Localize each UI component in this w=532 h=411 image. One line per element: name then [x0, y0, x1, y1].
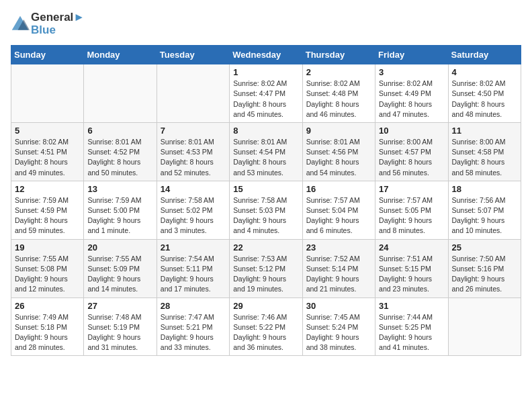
- header-row: SundayMondayTuesdayWednesdayThursdayFrid…: [11, 46, 521, 64]
- logo: General► Blue: [11, 11, 85, 37]
- day-info: Sunrise: 7:55 AM Sunset: 5:08 PM Dayligh…: [15, 254, 80, 295]
- calendar-cell: 4Sunrise: 8:02 AM Sunset: 4:50 PM Daylig…: [448, 64, 521, 123]
- calendar-cell: 3Sunrise: 8:02 AM Sunset: 4:49 PM Daylig…: [375, 64, 448, 123]
- day-number: 27: [87, 301, 152, 311]
- day-info: Sunrise: 7:53 AM Sunset: 5:12 PM Dayligh…: [233, 254, 298, 295]
- calendar-cell: 9Sunrise: 8:01 AM Sunset: 4:56 PM Daylig…: [302, 122, 375, 181]
- weekday-header: Friday: [375, 46, 448, 64]
- calendar-cell: 21Sunrise: 7:54 AM Sunset: 5:11 PM Dayli…: [157, 239, 229, 298]
- calendar-cell: 8Sunrise: 8:01 AM Sunset: 4:54 PM Daylig…: [230, 122, 302, 181]
- calendar-cell: 23Sunrise: 7:52 AM Sunset: 5:14 PM Dayli…: [302, 239, 375, 298]
- day-info: Sunrise: 7:49 AM Sunset: 5:18 PM Dayligh…: [15, 312, 80, 353]
- calendar-cell: 7Sunrise: 8:01 AM Sunset: 4:53 PM Daylig…: [157, 122, 229, 181]
- day-number: 6: [87, 126, 152, 136]
- weekday-header: Tuesday: [157, 46, 229, 64]
- calendar-week-row: 26Sunrise: 7:49 AM Sunset: 5:18 PM Dayli…: [11, 298, 521, 356]
- calendar-cell: 31Sunrise: 7:44 AM Sunset: 5:25 PM Dayli…: [375, 298, 448, 356]
- weekday-header: Monday: [84, 46, 157, 64]
- day-number: 31: [379, 301, 444, 311]
- calendar-cell: 5Sunrise: 8:02 AM Sunset: 4:51 PM Daylig…: [11, 122, 84, 181]
- calendar-cell: 27Sunrise: 7:48 AM Sunset: 5:19 PM Dayli…: [84, 298, 157, 356]
- day-number: 26: [15, 301, 80, 311]
- day-number: 8: [233, 126, 298, 136]
- day-info: Sunrise: 7:51 AM Sunset: 5:15 PM Dayligh…: [379, 254, 444, 295]
- day-number: 14: [161, 184, 226, 194]
- calendar-cell: [84, 64, 157, 123]
- calendar-cell: 14Sunrise: 7:58 AM Sunset: 5:02 PM Dayli…: [157, 181, 229, 239]
- day-info: Sunrise: 7:59 AM Sunset: 5:00 PM Dayligh…: [87, 195, 152, 236]
- day-info: Sunrise: 8:01 AM Sunset: 4:52 PM Dayligh…: [87, 137, 152, 178]
- day-number: 29: [233, 301, 298, 311]
- weekday-header: Wednesday: [230, 46, 302, 64]
- calendar-cell: 18Sunrise: 7:56 AM Sunset: 5:07 PM Dayli…: [448, 181, 521, 239]
- day-number: 4: [452, 67, 517, 77]
- day-number: 11: [452, 126, 517, 136]
- calendar-week-row: 12Sunrise: 7:59 AM Sunset: 4:59 PM Dayli…: [11, 181, 521, 239]
- calendar-table: SundayMondayTuesdayWednesdayThursdayFrid…: [11, 45, 521, 356]
- day-info: Sunrise: 7:57 AM Sunset: 5:04 PM Dayligh…: [306, 195, 371, 236]
- day-info: Sunrise: 7:44 AM Sunset: 5:25 PM Dayligh…: [379, 312, 444, 353]
- day-number: 28: [161, 301, 226, 311]
- day-number: 12: [15, 184, 80, 194]
- calendar-cell: 30Sunrise: 7:45 AM Sunset: 5:24 PM Dayli…: [302, 298, 375, 356]
- calendar-cell: 24Sunrise: 7:51 AM Sunset: 5:15 PM Dayli…: [375, 239, 448, 298]
- day-number: 1: [233, 67, 298, 77]
- weekday-header: Saturday: [448, 46, 521, 64]
- calendar-cell: 26Sunrise: 7:49 AM Sunset: 5:18 PM Dayli…: [11, 298, 84, 356]
- weekday-header: Sunday: [11, 46, 84, 64]
- day-number: 16: [306, 184, 371, 194]
- calendar-cell: [11, 64, 84, 123]
- day-info: Sunrise: 8:02 AM Sunset: 4:48 PM Dayligh…: [306, 79, 371, 120]
- day-number: 20: [87, 242, 152, 253]
- calendar-cell: 11Sunrise: 8:00 AM Sunset: 4:58 PM Dayli…: [448, 122, 521, 181]
- day-info: Sunrise: 8:00 AM Sunset: 4:57 PM Dayligh…: [379, 137, 444, 178]
- day-info: Sunrise: 7:56 AM Sunset: 5:07 PM Dayligh…: [452, 195, 517, 236]
- day-info: Sunrise: 7:55 AM Sunset: 5:09 PM Dayligh…: [87, 254, 152, 295]
- day-info: Sunrise: 8:01 AM Sunset: 4:53 PM Dayligh…: [161, 137, 226, 178]
- day-info: Sunrise: 7:50 AM Sunset: 5:16 PM Dayligh…: [452, 254, 517, 295]
- day-info: Sunrise: 8:01 AM Sunset: 4:54 PM Dayligh…: [233, 137, 298, 178]
- logo-icon: [11, 15, 30, 34]
- day-number: 9: [306, 126, 371, 136]
- calendar-week-row: 19Sunrise: 7:55 AM Sunset: 5:08 PM Dayli…: [11, 239, 521, 298]
- day-number: 3: [379, 67, 444, 77]
- calendar-cell: 17Sunrise: 7:57 AM Sunset: 5:05 PM Dayli…: [375, 181, 448, 239]
- day-info: Sunrise: 7:57 AM Sunset: 5:05 PM Dayligh…: [379, 195, 444, 236]
- calendar-week-row: 1Sunrise: 8:02 AM Sunset: 4:47 PM Daylig…: [11, 64, 521, 123]
- day-number: 7: [161, 126, 226, 136]
- day-info: Sunrise: 8:02 AM Sunset: 4:51 PM Dayligh…: [15, 137, 80, 178]
- day-number: 19: [15, 242, 80, 253]
- day-info: Sunrise: 8:02 AM Sunset: 4:47 PM Dayligh…: [233, 79, 298, 120]
- day-number: 13: [87, 184, 152, 194]
- day-number: 18: [452, 184, 517, 194]
- calendar-cell: 10Sunrise: 8:00 AM Sunset: 4:57 PM Dayli…: [375, 122, 448, 181]
- day-info: Sunrise: 7:48 AM Sunset: 5:19 PM Dayligh…: [87, 312, 152, 353]
- weekday-header: Thursday: [302, 46, 375, 64]
- day-number: 10: [379, 126, 444, 136]
- day-number: 25: [452, 242, 517, 253]
- day-info: Sunrise: 8:02 AM Sunset: 4:50 PM Dayligh…: [452, 79, 517, 120]
- calendar-cell: 12Sunrise: 7:59 AM Sunset: 4:59 PM Dayli…: [11, 181, 84, 239]
- calendar-cell: 16Sunrise: 7:57 AM Sunset: 5:04 PM Dayli…: [302, 181, 375, 239]
- day-info: Sunrise: 7:58 AM Sunset: 5:03 PM Dayligh…: [233, 195, 298, 236]
- logo-text: General► Blue: [31, 11, 85, 37]
- calendar-cell: 2Sunrise: 8:02 AM Sunset: 4:48 PM Daylig…: [302, 64, 375, 123]
- calendar-cell: 13Sunrise: 7:59 AM Sunset: 5:00 PM Dayli…: [84, 181, 157, 239]
- day-info: Sunrise: 7:52 AM Sunset: 5:14 PM Dayligh…: [306, 254, 371, 295]
- day-number: 24: [379, 242, 444, 253]
- day-info: Sunrise: 8:02 AM Sunset: 4:49 PM Dayligh…: [379, 79, 444, 120]
- calendar-cell: 19Sunrise: 7:55 AM Sunset: 5:08 PM Dayli…: [11, 239, 84, 298]
- day-info: Sunrise: 7:47 AM Sunset: 5:21 PM Dayligh…: [161, 312, 226, 353]
- calendar-cell: 15Sunrise: 7:58 AM Sunset: 5:03 PM Dayli…: [230, 181, 302, 239]
- day-number: 23: [306, 242, 371, 253]
- calendar-cell: 1Sunrise: 8:02 AM Sunset: 4:47 PM Daylig…: [230, 64, 302, 123]
- page-header: General► Blue: [11, 11, 521, 37]
- day-info: Sunrise: 7:59 AM Sunset: 4:59 PM Dayligh…: [15, 195, 80, 236]
- calendar-cell: 6Sunrise: 8:01 AM Sunset: 4:52 PM Daylig…: [84, 122, 157, 181]
- day-number: 5: [15, 126, 80, 136]
- day-number: 2: [306, 67, 371, 77]
- day-number: 30: [306, 301, 371, 311]
- calendar-cell: 20Sunrise: 7:55 AM Sunset: 5:09 PM Dayli…: [84, 239, 157, 298]
- day-info: Sunrise: 7:45 AM Sunset: 5:24 PM Dayligh…: [306, 312, 371, 353]
- day-number: 21: [161, 242, 226, 253]
